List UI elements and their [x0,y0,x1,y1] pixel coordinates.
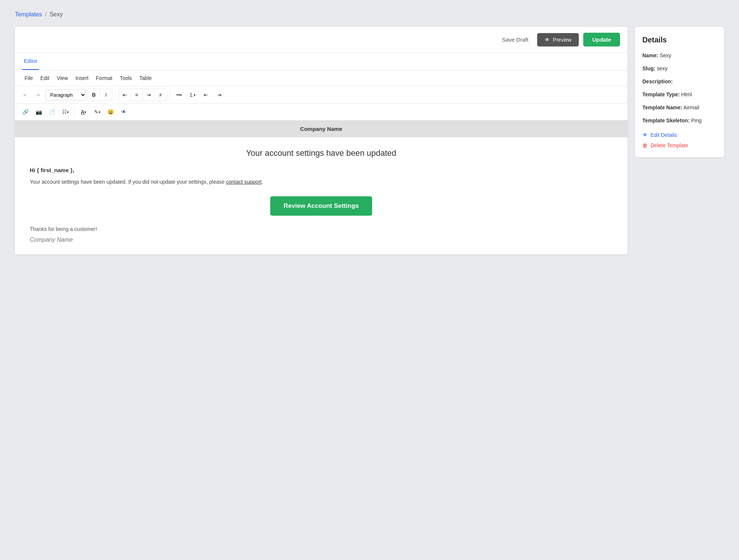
email-body: Your account settings have been updated … [15,137,627,254]
bold-italic-group: B I [88,88,112,101]
format-toolbar-1: ← → Paragraph Heading 1 Heading 2 B I ⇤ … [15,86,627,104]
detail-name-value: Sexy [660,52,671,58]
update-button[interactable]: Update [583,33,620,46]
undo-redo-group: ← → [19,89,44,101]
details-title: Details [642,36,717,44]
detail-slug-label: Slug: [642,65,655,71]
detail-description-label: Description: [642,78,673,84]
numbered-list-button[interactable]: 1. [187,89,199,101]
contact-support-link[interactable]: contact support [226,179,262,185]
redo-button[interactable]: → [32,89,44,101]
italic-button[interactable]: I [100,89,112,101]
details-actions: 👁 Edit Details 🗑 Delete Template [642,132,717,148]
editor-tabs: Editor [15,53,627,70]
detail-template-skeleton-label: Template Skeleton: [642,118,690,123]
bullet-list-button[interactable]: •• [173,89,185,101]
edit-details-link[interactable]: 👁 Edit Details [642,132,717,138]
detail-template-name-value: Airmail [683,104,699,110]
breadcrumb-current: Sexy [49,11,63,18]
breadcrumb-separator: / [45,11,46,18]
bold-button[interactable]: B [88,89,100,101]
main-layout: Save Draft 👁 Preview Update Editor File … [15,27,724,254]
email-title: Your account settings have been updated [30,148,613,158]
email-greeting: Hi { first_name }, [30,167,613,173]
review-account-settings-button[interactable]: Review Account Settings [270,196,372,216]
content-area: Company Name Your account settings have … [15,120,627,254]
email-footer: Thanks for being a customer! [30,226,613,232]
preview-inline-button[interactable]: 👁 [118,106,130,118]
email-header-bar: Company Name [15,120,627,137]
image-button[interactable]: 📷 [33,106,45,118]
detail-name: Name: Sexy [642,52,717,59]
detail-template-type-value: Html [681,91,692,97]
menu-format[interactable]: Format [92,73,116,83]
separator-3 [74,107,75,116]
breadcrumb-link[interactable]: Templates [15,11,42,18]
paragraph-select[interactable]: Paragraph Heading 1 Heading 2 [45,90,86,100]
font-color-button[interactable]: A [78,106,90,118]
file-button[interactable]: 📄 [46,106,58,118]
separator-2 [170,90,170,99]
menu-tools[interactable]: Tools [116,73,136,83]
email-company-name: Company Name [300,126,342,132]
detail-template-skeleton-value: Ping [691,118,701,123]
detail-description: Description: [642,78,717,86]
detail-slug-value: sexy [657,65,668,71]
indent-decrease-button[interactable]: ⇤ [200,89,212,101]
detail-name-label: Name: [642,52,658,58]
menu-bar: File Edit View Insert Format Tools Table [15,70,627,86]
detail-template-name: Template Name: Airmail [642,104,717,112]
editor-panel: Save Draft 👁 Preview Update Editor File … [15,27,627,254]
trash-icon: 🗑 [642,142,648,148]
align-center-button[interactable]: ≡ [131,89,143,101]
edit-icon: 👁 [642,132,648,138]
email-cta-wrap: Review Account Settings [30,196,613,216]
breadcrumb: Templates / Sexy [15,11,724,18]
detail-template-skeleton: Template Skeleton: Ping [642,117,717,125]
details-panel: Details Name: Sexy Slug: sexy Descriptio… [635,27,724,157]
save-draft-button[interactable]: Save Draft [497,33,533,46]
highlight-button[interactable]: ✎ [91,106,103,118]
menu-edit[interactable]: Edit [37,73,53,83]
preview-button[interactable]: 👁 Preview [537,33,579,46]
eye-icon: 👁 [545,37,550,43]
email-signature: Company Name [30,236,613,243]
emoji-button[interactable]: 😀 [104,106,116,118]
menu-file[interactable]: File [21,73,37,83]
detail-slug: Slug: sexy [642,65,717,73]
menu-table[interactable]: Table [136,73,155,83]
align-right-button[interactable]: ⇥ [143,89,155,101]
align-justify-button[interactable]: ≠ [155,89,167,101]
editor-topbar: Save Draft 👁 Preview Update [15,27,627,53]
email-body-text: Your account settings have been updated.… [30,178,613,186]
delete-template-link[interactable]: 🗑 Delete Template [642,142,717,148]
align-left-button[interactable]: ⇤ [119,89,131,101]
detail-template-name-label: Template Name: [642,104,682,110]
separator-1 [115,90,116,99]
table-button[interactable]: ☷ [59,106,71,118]
menu-view[interactable]: View [53,73,72,83]
tab-editor[interactable]: Editor [22,53,39,70]
detail-template-type: Template Type: Html [642,91,717,99]
link-button[interactable]: 🔗 [19,106,31,118]
align-group: ⇤ ≡ ⇥ ≠ [119,88,167,101]
indent-increase-button[interactable]: ⇥ [213,89,225,101]
menu-insert[interactable]: Insert [72,73,92,83]
undo-button[interactable]: ← [19,89,31,101]
format-toolbar-2: 🔗 📷 📄 ☷ A ✎ 😀 👁 [15,104,627,120]
detail-template-type-label: Template Type: [642,91,680,97]
